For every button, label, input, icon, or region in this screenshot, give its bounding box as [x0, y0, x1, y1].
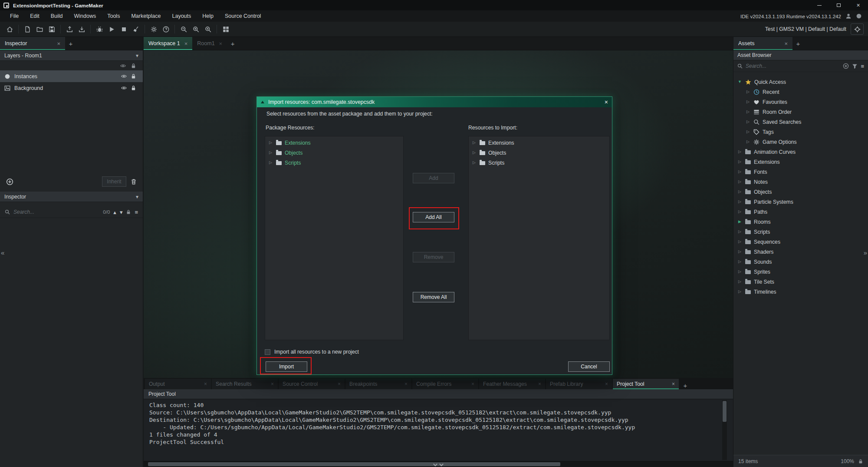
chevron-right-icon[interactable]: [472, 161, 477, 165]
debug-button[interactable]: [93, 23, 105, 35]
remove-all-button[interactable]: Remove All: [413, 292, 454, 302]
close-tab-icon[interactable]: [784, 40, 788, 47]
visibility-column-icon[interactable]: [120, 63, 126, 69]
chevron-down-icon[interactable]: [737, 80, 742, 84]
resource-objects[interactable]: Objects: [265, 148, 403, 158]
tab-prefab-library[interactable]: Prefab Library: [546, 379, 612, 389]
zoom-out-button[interactable]: [178, 23, 190, 35]
tab-inspector[interactable]: Inspector: [0, 37, 65, 50]
scrollbar-thumb[interactable]: [148, 462, 560, 466]
next-result-icon[interactable]: [120, 209, 123, 215]
import-button[interactable]: Import: [266, 361, 307, 372]
remove-button[interactable]: Remove: [413, 252, 454, 262]
lock-icon[interactable]: [858, 459, 863, 464]
open-project-button[interactable]: [33, 23, 46, 35]
add-tab-button[interactable]: [227, 37, 238, 50]
chevron-right-icon[interactable]: [472, 141, 477, 145]
search-input[interactable]: [13, 209, 99, 215]
chevron-right-icon[interactable]: [737, 280, 742, 284]
layer-row-background[interactable]: Background: [0, 82, 143, 94]
tree-item-sequences[interactable]: Sequences: [733, 237, 868, 247]
tab-compile-errors[interactable]: Compile Errors: [412, 379, 478, 389]
chevron-right-icon[interactable]: [737, 270, 742, 274]
chevron-right-icon[interactable]: [268, 161, 273, 165]
game-options-button[interactable]: [148, 23, 160, 35]
close-tab-icon[interactable]: [219, 40, 223, 47]
filter-icon[interactable]: [852, 63, 858, 69]
chevron-right-icon[interactable]: [746, 90, 750, 94]
tree-item-saved-searches[interactable]: Saved Searches: [733, 117, 868, 127]
tab-feather-messages[interactable]: Feather Messages: [479, 379, 545, 389]
chevron-right-icon[interactable]: [737, 260, 742, 264]
tree-item-tile-sets[interactable]: Tile Sets: [733, 277, 868, 287]
chevron-right-icon[interactable]: [268, 141, 273, 145]
inherit-button[interactable]: Inherit: [102, 176, 126, 187]
close-tab-icon[interactable]: [184, 40, 188, 47]
collapse-panel-icon[interactable]: [434, 463, 443, 466]
zoom-in-button[interactable]: [190, 23, 202, 35]
close-tab-icon[interactable]: [471, 381, 474, 387]
dialog-titlebar[interactable]: Import resources: com.smilegate.stovepcs…: [257, 97, 612, 107]
layer-row-instances[interactable]: Instances: [0, 70, 143, 82]
close-tab-icon[interactable]: [204, 381, 207, 387]
tab-search-results[interactable]: Search Results: [212, 379, 278, 389]
tree-item-animation-curves[interactable]: Animation Curves: [733, 147, 868, 157]
lock-column-icon[interactable]: [131, 63, 136, 69]
close-tab-icon[interactable]: [538, 381, 541, 387]
tree-item-paths[interactable]: Paths: [733, 207, 868, 217]
tab-assets[interactable]: Assets: [733, 37, 792, 50]
tree-item-quick-access[interactable]: Quick Access: [733, 77, 868, 87]
minimize-button[interactable]: [809, 0, 829, 10]
chevron-right-icon[interactable]: [737, 250, 742, 254]
menu-layouts[interactable]: Layouts: [167, 10, 197, 22]
lock-toggle-icon[interactable]: [131, 73, 136, 79]
tree-item-fonts[interactable]: Fonts: [733, 167, 868, 177]
lock-toggle-icon[interactable]: [131, 85, 136, 91]
tree-item-particle-systems[interactable]: Particle Systems: [733, 197, 868, 207]
tab-workspace-1[interactable]: Workspace 1: [144, 37, 192, 50]
chevron-right-icon[interactable]: [746, 100, 750, 104]
vertical-scrollbar[interactable]: [722, 400, 727, 460]
cancel-button[interactable]: Cancel: [568, 361, 610, 372]
maximize-button[interactable]: [829, 0, 848, 10]
lock-icon[interactable]: [126, 209, 131, 215]
resource-scripts[interactable]: Scripts: [265, 158, 403, 168]
help-button[interactable]: [160, 23, 172, 35]
visibility-toggle-icon[interactable]: [121, 73, 127, 79]
tree-item-sounds[interactable]: Sounds: [733, 257, 868, 267]
collapse-left-panel-icon[interactable]: [1, 249, 4, 256]
dialog-close-icon[interactable]: [605, 99, 608, 106]
trash-icon[interactable]: [131, 179, 137, 185]
tree-item-recent[interactable]: Recent: [733, 87, 868, 97]
tab-project-tool[interactable]: Project Tool: [613, 379, 679, 389]
resources-to-import-list[interactable]: ExtensionsObjectsScripts: [468, 136, 610, 340]
tree-item-scripts[interactable]: Scripts: [733, 227, 868, 237]
new-project-checkbox[interactable]: [265, 349, 270, 355]
account-icon[interactable]: [845, 13, 852, 19]
layers-dropdown[interactable]: Layers - Room1: [0, 50, 143, 61]
add-layer-icon[interactable]: [6, 178, 13, 185]
import-project-button[interactable]: [76, 23, 88, 35]
save-project-button[interactable]: [46, 23, 58, 35]
previous-result-icon[interactable]: [113, 209, 116, 215]
chevron-right-icon[interactable]: [737, 230, 742, 234]
tree-item-tags[interactable]: Tags: [733, 127, 868, 137]
chevron-right-icon[interactable]: [746, 110, 750, 114]
menu-file[interactable]: File: [4, 10, 24, 22]
add-tab-button[interactable]: [680, 382, 691, 389]
chevron-right-icon[interactable]: [746, 120, 750, 124]
stop-button[interactable]: [118, 23, 130, 35]
chevron-right-icon[interactable]: [737, 180, 742, 184]
zoom-reset-button[interactable]: [202, 23, 214, 35]
chevron-right-icon[interactable]: [737, 150, 742, 154]
scrollbar-thumb[interactable]: [723, 401, 727, 422]
menu-build[interactable]: Build: [45, 10, 69, 22]
menu-source-control[interactable]: Source Control: [219, 10, 266, 22]
chevron-right-icon[interactable]: [737, 240, 742, 244]
resource-extensions[interactable]: Extensions: [265, 138, 403, 148]
package-resources-list[interactable]: ExtensionsObjectsScripts: [265, 136, 404, 340]
add-asset-icon[interactable]: [843, 63, 849, 69]
dialog-collapse-icon[interactable]: [261, 101, 264, 103]
chevron-right-icon[interactable]: [737, 190, 742, 194]
close-button[interactable]: [848, 0, 868, 10]
